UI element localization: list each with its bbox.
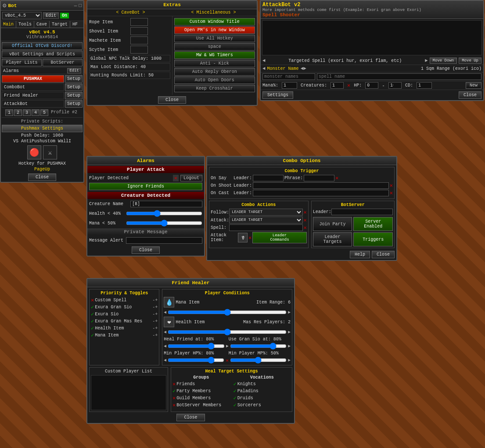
knights-checkbox[interactable]: ✓ (234, 381, 237, 387)
combobot-setup-button[interactable]: Setup (65, 83, 83, 91)
exura-sio-controls[interactable]: -+ (152, 312, 158, 317)
health-item-controls[interactable]: -+ (152, 326, 158, 331)
version-selector[interactable]: vBot_4.5 (2, 12, 42, 19)
botserver-members-checkbox[interactable]: ✕ (172, 402, 176, 408)
heal-friend-slider[interactable] (168, 343, 224, 350)
edit-button[interactable]: Edit (43, 12, 59, 19)
gran-sio-slider[interactable] (230, 343, 287, 350)
ignore-friends-button[interactable]: Ignore Friends (89, 183, 202, 190)
x-icon-follow[interactable]: ✕ (304, 209, 307, 216)
anti-kick-button[interactable]: Anti - Kick (174, 60, 255, 67)
extras-close-button[interactable]: Close (158, 96, 186, 104)
x-icon-oncast[interactable]: ✕ (390, 190, 393, 196)
on-cast-leader-input[interactable] (253, 190, 389, 196)
join-party-button[interactable]: Join Party (313, 217, 352, 231)
custom-spell-checkbox[interactable]: ✕ (91, 297, 94, 303)
mana-item-controls[interactable]: -+ (152, 333, 158, 338)
x-icon-onsay[interactable]: ✕ (335, 175, 338, 181)
shovel-item-input[interactable] (130, 27, 148, 35)
arrow-pair[interactable]: ◄► (301, 66, 306, 71)
health-slider-right[interactable]: ► (288, 330, 291, 335)
profile-tab-1[interactable]: 1 (5, 109, 13, 116)
mana-item-checkbox[interactable]: ✓ (91, 332, 94, 339)
message-alert-input[interactable] (126, 237, 202, 244)
tab-tools[interactable]: Tools (16, 21, 34, 28)
paladins-checkbox[interactable]: ✓ (234, 388, 237, 394)
health-slider-left[interactable]: ◄ (164, 330, 166, 335)
custom-window-title-button[interactable]: Custom Window Title (174, 18, 255, 25)
creature-name-input[interactable] (130, 201, 202, 207)
attackbot-setup-button[interactable]: Setup (65, 100, 83, 108)
left-arrow-2[interactable]: ◄ (262, 66, 266, 71)
gear-icon[interactable]: ⚙ (3, 2, 6, 9)
exura-gran-sio-controls[interactable]: -+ (152, 305, 158, 310)
server-enabled-button[interactable]: Server Enabled (353, 217, 393, 231)
exura-gran-sio-checkbox[interactable]: ✓ (91, 304, 94, 311)
gran-sio-slider-right[interactable]: ► (288, 344, 291, 349)
discord-button[interactable]: Official OTCv8 Discord! (2, 42, 83, 50)
mana-slider-right[interactable]: ► (288, 310, 291, 315)
pushmax-setup-button[interactable]: Setup (65, 75, 83, 83)
spell-input[interactable] (229, 224, 303, 231)
on-say-leader-input[interactable] (253, 175, 284, 181)
pushmax-button[interactable]: PUSHMAX (2, 75, 64, 83)
profile-tab-3[interactable]: 3 (23, 109, 31, 116)
x-icon-alarm[interactable]: ✕ (173, 175, 179, 181)
friendhealer-setup-button[interactable]: Setup (65, 92, 83, 99)
pushmax-settings-button[interactable]: Pushmax Settings (2, 125, 83, 132)
mana-slider-left[interactable]: ◄ (164, 310, 166, 315)
x-icon[interactable]: ✕ (347, 82, 350, 89)
botserver-button[interactable]: BotServer (43, 59, 83, 66)
rope-item-input[interactable] (130, 18, 148, 26)
move-up-button[interactable]: Move Up (459, 58, 481, 64)
tab-target[interactable]: Target (50, 21, 70, 28)
combo-help-button[interactable]: Help (350, 251, 370, 258)
profile-tab-4[interactable]: 4 (32, 109, 40, 116)
alarms-edit-button[interactable]: Edit (67, 68, 81, 73)
hp-min-input[interactable] (365, 82, 378, 89)
monster-names-input[interactable] (262, 73, 315, 80)
creatures-value-input[interactable] (331, 82, 344, 89)
druids-checkbox[interactable]: ✓ (234, 395, 237, 401)
follow-select[interactable]: LEADER TARGET (229, 209, 303, 216)
profile-tab-2[interactable]: 2 (14, 109, 22, 116)
logout-button[interactable]: Logout (180, 175, 202, 181)
mw-wg-timers-button[interactable]: MW & WG Timers (174, 51, 255, 59)
player-lists-button[interactable]: Player Lists (2, 59, 42, 66)
open-pms-button[interactable]: Open PM's in new Window (174, 26, 255, 34)
botserver-leader-input[interactable] (331, 209, 393, 215)
mana-slider[interactable] (126, 220, 202, 227)
use-all-hotkey-button[interactable]: Use All Hotkey (174, 35, 255, 42)
tab-main[interactable]: Main (1, 21, 16, 28)
custom-spell-controls[interactable]: -+ (152, 298, 158, 303)
x-icon-attack[interactable]: ✕ (304, 217, 307, 224)
bot-close-button[interactable]: Close (28, 173, 56, 181)
space-button[interactable]: space (174, 43, 255, 51)
health-range-slider[interactable] (168, 329, 287, 336)
x-icon-onshoot[interactable]: ✕ (390, 182, 393, 189)
x-icon-item[interactable]: ✕ (248, 235, 251, 241)
min-mp-slider[interactable] (230, 357, 287, 364)
tab-cave[interactable]: Cave (34, 21, 50, 28)
on-shoot-leader-input[interactable] (253, 182, 389, 189)
tab-hf[interactable]: HF (70, 21, 80, 28)
combo-close-button[interactable]: Close (372, 251, 395, 258)
min-mp-slider-right[interactable]: ► (288, 358, 291, 363)
heal-friend-slider-left[interactable]: ◄ (164, 344, 166, 349)
min-hp-slider[interactable] (168, 357, 224, 364)
on-say-phrase-input[interactable] (304, 175, 334, 181)
keep-crosshair-button[interactable]: Keep Crosshair (174, 85, 255, 92)
exura-sio-checkbox[interactable]: ✓ (91, 311, 94, 318)
healer-close-button[interactable]: Close (176, 414, 205, 421)
health-item-checkbox[interactable]: ✓ (91, 325, 94, 332)
exura-gran-mas-res-controls[interactable]: -+ (152, 319, 158, 324)
friends-checkbox[interactable]: ✕ (172, 381, 176, 387)
triggers-button[interactable]: Triggers (353, 232, 393, 246)
hp-max-input[interactable] (388, 82, 402, 89)
auto-open-doors-button[interactable]: Auto Open Doors (174, 76, 255, 84)
min-hp-slider-left[interactable]: ◄ (164, 358, 166, 363)
leader-commands-button[interactable]: LeaderCommands (252, 232, 307, 243)
leader-targets-button[interactable]: Leader Targets (313, 232, 352, 246)
machete-item-input[interactable] (130, 36, 148, 44)
mana-range-slider[interactable] (168, 309, 287, 316)
